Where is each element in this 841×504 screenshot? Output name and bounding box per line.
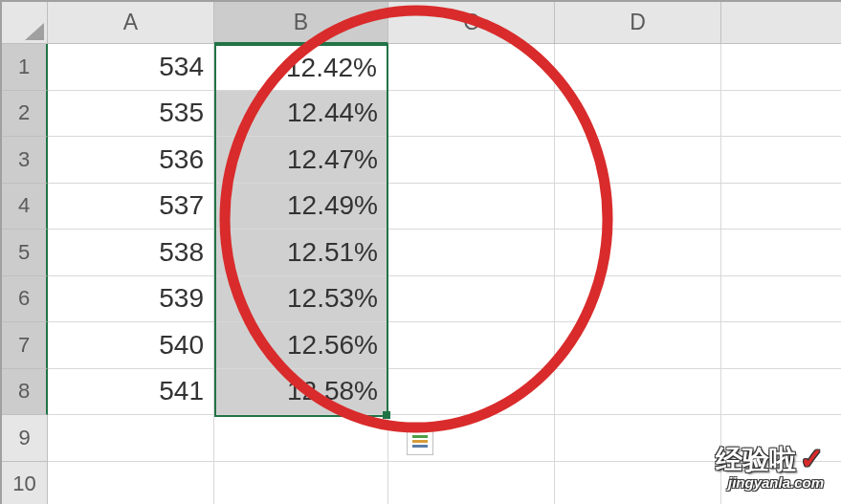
row-header-8[interactable]: 8 — [2, 369, 48, 416]
cell-c4[interactable] — [388, 184, 555, 230]
row-header-5[interactable]: 5 — [2, 230, 48, 276]
cell-d2[interactable] — [555, 91, 721, 138]
row-header-7[interactable]: 7 — [2, 322, 48, 369]
col-header-b[interactable]: B — [214, 2, 388, 44]
cell-d1[interactable] — [555, 44, 721, 91]
cell-e7[interactable] — [721, 322, 841, 369]
cell-c3[interactable] — [388, 137, 555, 184]
cell-d7[interactable] — [555, 322, 721, 369]
row-header-1[interactable]: 1 — [2, 44, 48, 91]
cell-e3[interactable] — [721, 137, 841, 184]
autofill-options-button[interactable] — [407, 428, 433, 455]
col-header-e[interactable] — [721, 2, 841, 44]
cell-b3[interactable]: 12.47% — [214, 137, 388, 184]
cell-d5[interactable] — [555, 230, 721, 276]
cell-e8[interactable] — [721, 369, 841, 416]
cell-b10[interactable] — [214, 462, 388, 505]
cell-c6[interactable] — [388, 276, 555, 323]
watermark-url: jingyanla.com — [716, 474, 824, 491]
cell-e5[interactable] — [721, 230, 841, 276]
autofill-icon — [412, 435, 428, 449]
cell-c2[interactable] — [388, 91, 555, 138]
cell-a1[interactable]: 534 — [48, 44, 214, 91]
col-header-d[interactable]: D — [555, 2, 721, 44]
cell-d9[interactable] — [555, 415, 721, 462]
cell-b5[interactable]: 12.51% — [214, 230, 388, 276]
cell-d10[interactable] — [555, 462, 721, 505]
cell-b1[interactable] — [214, 44, 388, 91]
cell-d3[interactable] — [555, 137, 721, 184]
row-header-9[interactable]: 9 — [2, 415, 48, 462]
row-header-3[interactable]: 3 — [2, 137, 48, 184]
cell-b2[interactable]: 12.44% — [214, 91, 388, 138]
cell-a9[interactable] — [48, 415, 214, 462]
cell-e1[interactable] — [721, 44, 841, 91]
cell-a4[interactable]: 537 — [48, 184, 214, 230]
cell-a2[interactable]: 535 — [48, 91, 214, 138]
cell-c10[interactable] — [388, 462, 555, 505]
cell-d6[interactable] — [555, 276, 721, 323]
cell-a10[interactable] — [48, 462, 214, 505]
cell-d8[interactable] — [555, 369, 721, 416]
row-header-4[interactable]: 4 — [2, 184, 48, 230]
cell-b7[interactable]: 12.56% — [214, 322, 388, 369]
cell-b9[interactable] — [214, 415, 388, 462]
cell-e6[interactable] — [721, 276, 841, 323]
row-header-10[interactable]: 10 — [2, 462, 48, 505]
cell-c7[interactable] — [388, 322, 555, 369]
cell-c8[interactable] — [388, 369, 555, 416]
check-icon: ✓ — [800, 442, 824, 475]
cell-b8[interactable]: 12.58% — [214, 369, 388, 416]
select-all-corner[interactable] — [2, 2, 48, 44]
watermark: 经验啦 ✓ jingyanla.com — [716, 442, 824, 491]
col-header-c[interactable]: C — [388, 2, 555, 44]
cell-c5[interactable] — [388, 230, 555, 276]
cell-a5[interactable]: 538 — [48, 230, 214, 276]
row-header-6[interactable]: 6 — [2, 276, 48, 323]
cell-e4[interactable] — [721, 184, 841, 230]
cell-a7[interactable]: 540 — [48, 322, 214, 369]
cell-a3[interactable]: 536 — [48, 137, 214, 184]
row-header-2[interactable]: 2 — [2, 91, 48, 138]
cell-a6[interactable]: 539 — [48, 276, 214, 323]
cell-c1[interactable] — [388, 44, 555, 91]
cell-b6[interactable]: 12.53% — [214, 276, 388, 323]
cell-e2[interactable] — [721, 91, 841, 138]
cell-a8[interactable]: 541 — [48, 369, 214, 416]
watermark-title: 经验啦 — [716, 442, 796, 478]
cell-d4[interactable] — [555, 184, 721, 230]
cell-b4[interactable]: 12.49% — [214, 184, 388, 230]
col-header-a[interactable]: A — [48, 2, 214, 44]
